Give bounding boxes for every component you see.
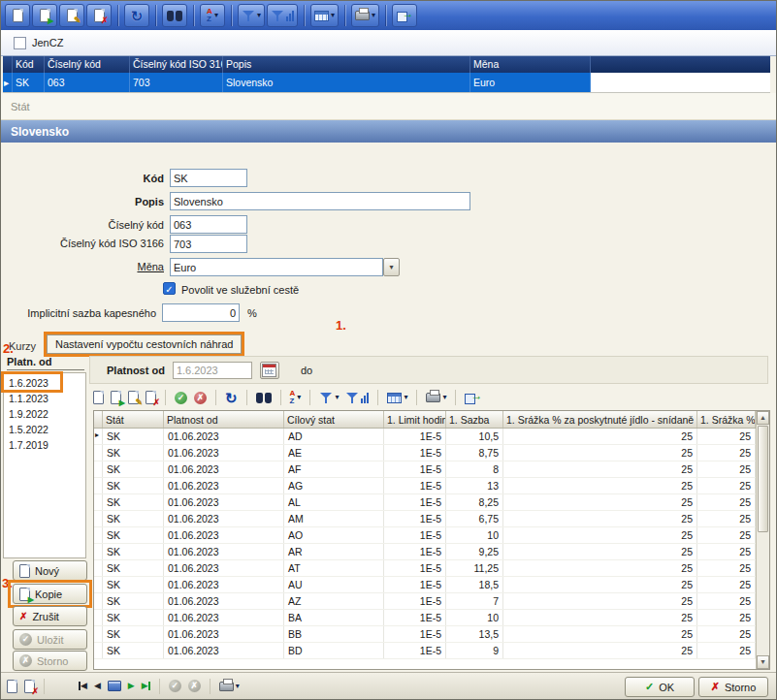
validity-item[interactable]: 1.1.2023 [4, 391, 85, 406]
toolbar-separator [117, 5, 118, 26]
table-row[interactable]: SK 01.06.2023 AO 1E-5 10 25 25 [94, 527, 756, 544]
table-row[interactable]: SK 01.06.2023 AE 1E-5 8,75 25 25 [94, 445, 756, 461]
column-header-mena[interactable]: Měna [470, 56, 591, 73]
column-header-kod[interactable]: Kód [13, 56, 45, 73]
detail-new-button[interactable] [93, 391, 104, 404]
print-button[interactable]: ▾ [351, 4, 379, 27]
mena-dropdown-button[interactable]: ▾ [383, 258, 400, 276]
column-header-srazka-pos[interactable]: 1. Srážka % za pos [697, 411, 756, 428]
filter-values-button[interactable] [267, 4, 298, 27]
new-record-button[interactable] [5, 4, 30, 27]
column-header-popis[interactable]: Popis [223, 56, 470, 73]
footer-delete-button[interactable]: ✗ [24, 680, 35, 693]
tab-nastaveni-nahrad[interactable]: Nastavení vypočtu cestovních náhrad [47, 334, 242, 354]
ciselny-kod-label: Číselný kód [9, 219, 164, 231]
detail-sort-button[interactable]: AZ▾ [290, 390, 302, 405]
search-button[interactable] [162, 4, 187, 27]
zrusit-button[interactable]: ✗ Zrušit [13, 606, 87, 626]
table-row[interactable]: SK 01.06.2023 AL 1E-5 8,25 25 25 [94, 494, 756, 511]
detail-delete-button[interactable]: ✗ [146, 391, 156, 404]
filter-button[interactable]: ▾ [238, 4, 265, 27]
detail-search-button[interactable] [256, 393, 272, 403]
delete-record-button[interactable]: ✗ [86, 4, 112, 27]
column-header-limit-hodin[interactable]: 1. Limit hodin [384, 411, 446, 428]
iso-field[interactable] [170, 235, 247, 253]
edit-record-button[interactable]: ✎ [59, 4, 84, 27]
column-header-iso[interactable]: Číselný kód ISO 3166 [130, 56, 223, 73]
storno-label: Storno [725, 682, 756, 693]
cell-srazka-snidane: 25 [503, 560, 697, 576]
povolit-checkbox[interactable] [163, 282, 176, 295]
nav-first-button[interactable]: ◀ [79, 682, 87, 690]
column-header-ciselny-kod[interactable]: Číselný kód [45, 56, 130, 73]
mena-label[interactable]: Měna [9, 261, 164, 272]
validity-item[interactable]: 1.9.2022 [4, 406, 85, 422]
detail-refresh-button[interactable]: ↻ [225, 391, 238, 405]
scroll-down-button[interactable]: ▼ [757, 655, 769, 669]
detail-cancel-button[interactable]: ✗ [194, 392, 207, 404]
refresh-button[interactable]: ↻ [124, 4, 149, 27]
edit-document-icon: ✎ [128, 391, 139, 404]
cell-srazka-pos: 25 [697, 610, 756, 625]
footer-new-button[interactable] [7, 680, 17, 693]
mena-field[interactable] [170, 258, 383, 276]
detail-columns-button[interactable]: ▾ [387, 393, 407, 403]
validity-item[interactable]: 1.5.2022 [4, 422, 85, 437]
nav-prev-button[interactable]: ◀ [94, 682, 101, 690]
detail-filter-values-button[interactable] [345, 392, 369, 404]
table-row[interactable]: SK 01.06.2023 AZ 1E-5 7 25 25 [94, 593, 756, 610]
validity-item[interactable]: 1.7.2019 [4, 437, 85, 453]
nav-last-button[interactable]: ▶ [142, 682, 150, 690]
detail-filter-button[interactable]: ▾ [319, 392, 339, 404]
detail-edit-button[interactable]: ✎ [128, 391, 139, 404]
kapesne-field[interactable] [162, 303, 240, 322]
columns-button[interactable]: ▾ [310, 4, 339, 27]
table-row[interactable]: ▸ SK 01.06.2023 AD 1E-5 10,5 25 25 [94, 429, 756, 445]
storno-button[interactable]: ✗ Storno [698, 677, 768, 697]
calendar-button[interactable] [260, 362, 279, 379]
footer-print-button[interactable]: ▾ [219, 682, 240, 691]
table-row[interactable]: SK 01.06.2023 AT 1E-5 11,25 25 25 [94, 560, 756, 577]
table-row[interactable]: SK 01.06.2023 BA 1E-5 10 25 25 [94, 610, 756, 626]
detail-print-button[interactable]: ▾ [426, 393, 446, 402]
detail-open-button[interactable]: ▶ [111, 391, 121, 404]
table-row[interactable]: SK 01.06.2023 AR 1E-5 9,25 25 25 [94, 544, 756, 560]
scroll-up-button[interactable]: ▲ [757, 411, 769, 425]
kod-field[interactable] [170, 169, 247, 187]
open-record-button[interactable]: ▶ [32, 4, 57, 27]
ok-button[interactable]: ✓ OK [625, 677, 695, 697]
column-header-platnost-od[interactable]: Platnost od [164, 411, 284, 428]
table-row[interactable]: SK 01.06.2023 AG 1E-5 13 25 25 [94, 478, 756, 494]
cell-limit-hodin: 1E-5 [384, 626, 446, 642]
toolbar-separator [455, 390, 456, 405]
scrollbar-thumb[interactable] [758, 426, 768, 532]
vertical-scrollbar[interactable]: ▲ ▼ [756, 411, 769, 669]
export-button[interactable] [392, 4, 417, 27]
popis-label: Popis [9, 196, 164, 207]
sort-button[interactable]: AZ ▾ [200, 4, 225, 27]
novy-button[interactable]: Nový [13, 560, 87, 581]
column-header-sazba[interactable]: 1. Sazba [446, 411, 503, 428]
annotation-box-1: Nastavení vypočtu cestovních náhrad [44, 332, 244, 357]
nav-next-button[interactable]: ▶ [128, 682, 135, 690]
table-row[interactable]: SK 01.06.2023 BB 1E-5 13,5 25 25 [94, 626, 756, 643]
record-log-button[interactable] [108, 681, 121, 691]
column-header-stat[interactable]: Stát [103, 411, 164, 428]
detail-export-button[interactable] [465, 392, 481, 403]
column-header-cilovy-stat[interactable]: Cílový stat [284, 411, 384, 428]
ciselny-kod-field[interactable] [170, 215, 247, 234]
row-marker [94, 560, 103, 576]
table-row[interactable]: SK 01.06.2023 AM 1E-5 6,75 25 25 [94, 511, 756, 527]
detail-accept-button[interactable]: ✓ [175, 392, 187, 404]
validity-column-header[interactable]: Platn. od [7, 356, 84, 370]
table-row[interactable]: SK 01.06.2023 AF 1E-5 8 25 25 [94, 461, 756, 478]
table-row[interactable]: SK 01.06.2023 AU 1E-5 18,5 25 25 [94, 577, 756, 593]
country-row-selected[interactable]: ▸ SK 063 703 Slovensko Euro [3, 73, 770, 93]
chevron-down-icon: ▾ [372, 12, 375, 19]
jencz-checkbox[interactable] [14, 37, 26, 49]
toolbar-separator [246, 390, 247, 405]
popis-field[interactable] [170, 192, 470, 210]
platnost-od-field[interactable] [173, 362, 252, 379]
column-header-srazka-snidane[interactable]: 1. Srážka % za poskytnuté jídlo - snídan… [503, 411, 697, 428]
table-row[interactable]: SK 01.06.2023 BD 1E-5 9 25 25 [94, 643, 756, 659]
